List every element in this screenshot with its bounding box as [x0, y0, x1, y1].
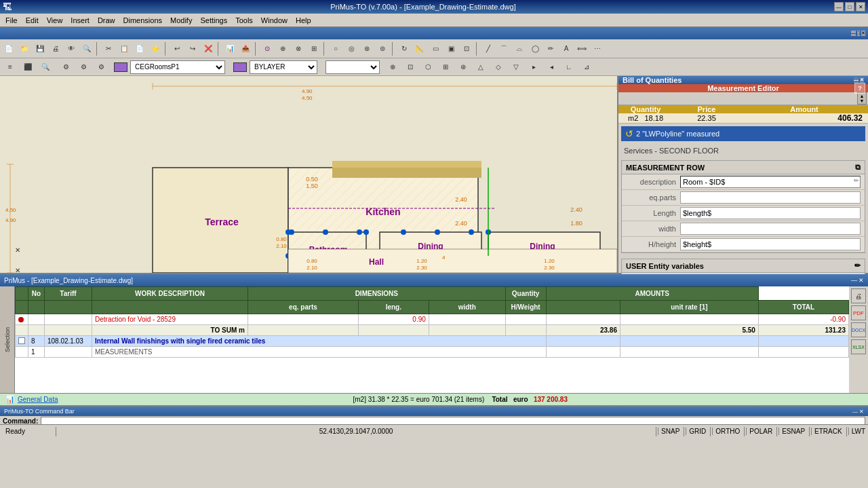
tool-snap3[interactable]: ⬡ [420, 60, 435, 75]
cancel-button[interactable]: ❌ [201, 41, 216, 56]
view-btn3[interactable]: ⊛ [359, 41, 374, 56]
sidebar-selection-tab[interactable]: Selection [3, 324, 12, 355]
draw-btn2[interactable]: ▭ [428, 41, 443, 56]
line-btn[interactable]: ╱ [481, 41, 496, 56]
cut-button[interactable]: ✂ [101, 41, 116, 56]
circle-btn[interactable]: ◯ [528, 41, 542, 56]
mr-eqparts-value[interactable] [680, 191, 861, 204]
draw-btn3[interactable]: ▣ [443, 41, 458, 56]
tool-snap7[interactable]: ◇ [491, 60, 506, 75]
xlsx-button[interactable]: XLSX [851, 339, 866, 354]
etrack-mode[interactable]: ETRACK [811, 428, 845, 435]
pencil-btn[interactable]: ✏ [543, 41, 558, 56]
paste-button[interactable]: 📄 [132, 41, 147, 56]
layer-btn3[interactable]: 🔍 [38, 60, 53, 75]
menu-edit[interactable]: Edit [22, 15, 43, 26]
menu-view[interactable]: View [43, 15, 67, 26]
view-btn2[interactable]: ◎ [344, 41, 359, 56]
mr-description-value[interactable]: Room - $ID$ ✏ [680, 176, 861, 188]
text-btn[interactable]: A [559, 41, 574, 56]
snap-circle[interactable]: ⊙ [260, 41, 275, 56]
print-button[interactable]: 🖨 [48, 41, 63, 56]
rotate-btn[interactable]: ↻ [397, 41, 412, 56]
toolbar-btn-1[interactable]: 📊 [222, 41, 237, 56]
properties-button[interactable]: ⭐ [148, 41, 163, 56]
draw-btn4[interactable]: ⊡ [459, 41, 474, 56]
scrollbar-down[interactable]: ▼ [860, 98, 865, 103]
layer-btn1[interactable]: ≡ [3, 60, 18, 75]
lwt-mode[interactable]: LWT [848, 428, 868, 435]
me-help-icon[interactable]: ? [854, 83, 865, 94]
boq-minimize[interactable]: — [854, 77, 859, 83]
new-button[interactable]: 📄 [1, 41, 16, 56]
tool-snap5[interactable]: ⊛ [456, 60, 471, 75]
copy-button[interactable]: 📋 [117, 41, 132, 56]
undo-button[interactable]: ↩ [170, 41, 184, 56]
open-button[interactable]: 📁 [17, 41, 32, 56]
mr-width-value[interactable] [680, 223, 861, 235]
cmd-close[interactable]: ✕ [859, 409, 864, 415]
snap-btn2[interactable]: ⊕ [275, 41, 290, 56]
curve-btn[interactable]: ⌒ [496, 41, 511, 56]
menu-dimensions[interactable]: Dimensions [119, 15, 166, 26]
maximize-button[interactable]: □ [845, 2, 854, 12]
menu-help[interactable]: Help [292, 15, 315, 26]
mr-edit-icon[interactable]: ✏ [854, 177, 859, 184]
tool-snap2[interactable]: ⊡ [403, 60, 418, 75]
save-button[interactable]: 💾 [33, 41, 47, 56]
snap-mode[interactable]: SNAP [658, 428, 682, 435]
minimize-button[interactable]: — [834, 2, 844, 12]
grid-mode[interactable]: GRID [686, 428, 709, 435]
layer-icon3[interactable]: ⚙ [94, 60, 108, 75]
layer-icon2[interactable]: ⚙ [76, 60, 91, 75]
menu-tools[interactable]: Tools [231, 15, 257, 26]
print-button[interactable]: 🖨 [851, 288, 866, 303]
draw-btn1[interactable]: 📐 [412, 41, 427, 56]
linetype-select[interactable] [326, 60, 380, 74]
close-button[interactable]: ✕ [856, 2, 865, 12]
menu-modify[interactable]: Modify [166, 15, 196, 26]
mr-copy-icon[interactable]: ⧉ [855, 163, 861, 172]
boq-close[interactable]: ✕ [860, 77, 864, 83]
more-btn[interactable]: ⋯ [590, 41, 605, 56]
pdf-button[interactable]: PDF [851, 305, 866, 320]
menu-file[interactable]: File [1, 15, 22, 26]
tool-snap10[interactable]: ◂ [544, 60, 559, 75]
ue-edit-icon[interactable]: ✏ [854, 261, 861, 270]
menu-window[interactable]: Window [257, 15, 292, 26]
tool-snap8[interactable]: ▽ [509, 60, 524, 75]
tool-snap6[interactable]: △ [473, 60, 488, 75]
toolbar-btn-2[interactable]: 📤 [238, 41, 253, 56]
mdi-maximize[interactable]: □ [857, 31, 860, 36]
mdi-minimize[interactable]: — [851, 31, 856, 36]
mdi-close[interactable]: ✕ [861, 31, 865, 36]
view-btn4[interactable]: ⊜ [375, 41, 390, 56]
snap-btn3[interactable]: ⊗ [291, 41, 306, 56]
color-select[interactable]: BYLAYER [250, 60, 317, 74]
dim-btn[interactable]: ⟺ [574, 41, 589, 56]
tool-snap4[interactable]: ⊞ [438, 60, 453, 75]
tool-snap9[interactable]: ▸ [526, 60, 541, 75]
mr-hheight-value[interactable]: $height$ [680, 238, 861, 250]
esnap-mode[interactable]: ESNAP [778, 428, 808, 435]
layer-btn2[interactable]: ⬛ [20, 60, 35, 75]
command-input[interactable] [41, 417, 865, 425]
tool-snap11[interactable]: ∟ [561, 60, 576, 75]
tool-snap1[interactable]: ⊕ [385, 60, 400, 75]
snap-btn4[interactable]: ⊞ [307, 41, 321, 56]
layer-select[interactable]: CEGRoomsP1 [130, 60, 225, 74]
menu-settings[interactable]: Settings [196, 15, 231, 26]
ortho-mode[interactable]: ORTHO [712, 428, 743, 435]
tool-snap12[interactable]: ⊿ [579, 60, 594, 75]
arc-btn[interactable]: ⌓ [512, 41, 527, 56]
docx-button[interactable]: DOCX [851, 322, 866, 337]
bottom-panel-minimize[interactable]: — [851, 277, 857, 284]
layer-icon1[interactable]: ⚙ [58, 60, 73, 75]
cell-checkbox[interactable] [16, 336, 28, 347]
general-data-link[interactable]: General Data [18, 396, 58, 403]
zoom-button[interactable]: 🔍 [79, 41, 94, 56]
mr-length-value[interactable]: $length$ [680, 207, 861, 219]
redo-button[interactable]: ↪ [185, 41, 200, 56]
table-wrapper[interactable]: No Tariff WORK DESCRIPTION DIMENSIONS Qu… [15, 286, 849, 393]
cmd-minimize[interactable]: — [852, 409, 858, 415]
